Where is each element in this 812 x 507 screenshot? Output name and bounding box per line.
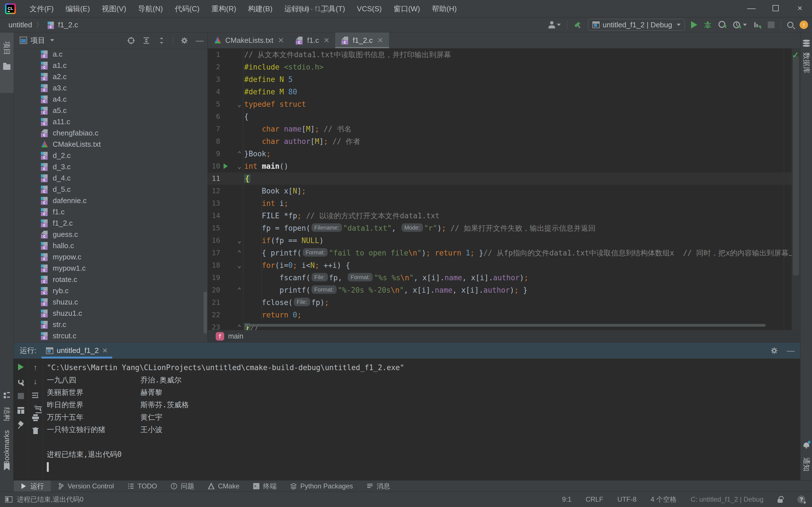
code-line[interactable]: 13 int i; xyxy=(208,197,800,210)
code-line[interactable]: 4#define M 80 xyxy=(208,86,800,98)
expand-all-icon[interactable] xyxy=(142,37,150,45)
tool-tab-notifications[interactable]: 通知 xyxy=(801,438,812,480)
tree-item[interactable]: cmypow1.c xyxy=(13,263,207,274)
coverage-button[interactable] xyxy=(733,20,747,29)
tool-window-tab-term[interactable]: >_终端 xyxy=(246,481,283,492)
tree-item[interactable]: cryb.c xyxy=(13,285,207,296)
tree-item[interactable]: cshuzu.c xyxy=(13,296,207,307)
user-account-button[interactable] xyxy=(548,21,561,29)
tree-item[interactable]: cstr.c xyxy=(13,319,207,330)
menu-item[interactable]: 文件(F) xyxy=(24,0,59,17)
code-line[interactable]: 17⌃ { printf(Format:"fail to open file\n… xyxy=(208,247,800,259)
menu-item[interactable]: 编辑(E) xyxy=(59,0,96,17)
print-icon[interactable] xyxy=(32,414,39,421)
tool-tab-bookmarks[interactable]: Bookmarks xyxy=(0,432,13,492)
tool-tab-database[interactable]: 数据库 xyxy=(801,33,812,97)
close-button[interactable]: × xyxy=(788,0,812,17)
maximize-button[interactable] xyxy=(763,0,788,17)
search-everywhere-button[interactable] xyxy=(787,22,794,28)
run-console[interactable]: "C:\Users\Martin Yang\CLionProjects\unti… xyxy=(43,358,800,480)
tree-item[interactable]: cstrcut.c xyxy=(13,330,207,341)
minimize-button[interactable]: — xyxy=(739,0,763,17)
menu-item[interactable]: 代码(C) xyxy=(169,0,206,17)
tool-tab-project[interactable]: 项目 xyxy=(0,33,13,93)
breadcrumb-project[interactable]: untitled xyxy=(8,20,32,29)
menu-item[interactable]: 导航(N) xyxy=(132,0,169,17)
edit-configuration-icon[interactable] xyxy=(17,378,24,385)
tree-item[interactable]: ca11.c xyxy=(13,116,207,127)
code-line[interactable]: 21 fclose(File:fp); xyxy=(208,296,800,309)
pin-tab-icon[interactable] xyxy=(18,421,24,429)
profile-button[interactable] xyxy=(718,20,726,29)
status-widget[interactable]: 4 个空格 xyxy=(651,495,677,504)
tool-window-tab-cmake[interactable]: CMake xyxy=(201,481,246,492)
tool-window-tab-py[interactable]: Python Packages xyxy=(283,481,360,492)
fold-icon[interactable]: ⌄ xyxy=(236,98,243,110)
hide-panel-icon[interactable]: — xyxy=(786,346,795,355)
code-line[interactable]: 10⌄int main() xyxy=(208,160,800,172)
tree-item[interactable]: cdafennie.c xyxy=(13,195,207,206)
close-tab-icon[interactable]: ✕ xyxy=(278,36,284,45)
code-line[interactable]: 7 char name[M]; // 书名 xyxy=(208,123,800,135)
code-line[interactable]: 5⌄typedef struct xyxy=(208,98,800,110)
soft-wrap-icon[interactable] xyxy=(32,392,39,399)
scroll-to-end-button[interactable] xyxy=(34,405,37,408)
code-line[interactable]: 22 return 0; xyxy=(208,309,800,321)
editor-tab[interactable]: cf1_2.c✕ xyxy=(335,33,389,48)
tree-item[interactable]: ca5.c xyxy=(13,105,207,116)
tree-item[interactable]: cd_4.c xyxy=(13,172,207,184)
rerun-button[interactable] xyxy=(18,363,24,371)
fold-icon[interactable]: ⌄ xyxy=(236,160,243,172)
help-gear-icon[interactable]: ? xyxy=(797,496,805,503)
menu-item[interactable]: 帮助(H) xyxy=(426,0,463,17)
tool-window-tab-msg[interactable]: 消息 xyxy=(360,481,397,492)
clear-console-icon[interactable] xyxy=(32,427,39,434)
status-widget[interactable]: UTF-8 xyxy=(617,496,637,503)
code-editor[interactable]: 1// 从文本文件data1.txt中读取图书信息，并打印输出到屏幕2#incl… xyxy=(208,48,800,330)
close-icon[interactable]: ✕ xyxy=(102,347,108,355)
menu-item[interactable]: 重构(R) xyxy=(206,0,242,17)
build-hammer-icon[interactable] xyxy=(573,20,582,29)
code-line[interactable]: 1// 从文本文件data1.txt中读取图书信息，并打印输出到屏幕 xyxy=(208,48,800,61)
editor-hscrollbar[interactable] xyxy=(244,324,766,327)
fold-icon[interactable]: ⌄ xyxy=(236,259,243,272)
code-line[interactable]: 3#define N 5 xyxy=(208,73,800,86)
tool-window-tab-warn[interactable]: !问题 xyxy=(164,481,201,492)
code-line[interactable]: 18⌄ for(i=0; i<N; ++i) { xyxy=(208,259,800,272)
editor-scrollbar[interactable]: ✓ xyxy=(792,48,800,330)
tree-item[interactable]: challo.c xyxy=(13,240,207,251)
run-main-icon[interactable] xyxy=(223,163,228,169)
restore-layout-icon[interactable] xyxy=(17,407,24,414)
project-tree[interactable]: ca.cca1.cca2.cca3.cca4.cca5.cca11.ccchen… xyxy=(13,48,207,342)
code-line[interactable]: 8 char author[M]; // 作者 xyxy=(208,135,800,148)
code-line[interactable]: 20⌃ printf(Format:"%-20s %-20s\n", x[i].… xyxy=(208,284,800,296)
stop-button[interactable] xyxy=(768,21,774,28)
code-line[interactable]: 16⌄ if(fp == NULL) xyxy=(208,234,800,247)
tree-item[interactable]: CMakeLists.txt xyxy=(13,138,207,150)
fold-icon[interactable]: ⌄ xyxy=(236,234,243,247)
project-scrollbar[interactable] xyxy=(204,291,207,334)
tool-tab-structure[interactable]: 结构 xyxy=(0,389,13,431)
collapse-all-icon[interactable] xyxy=(158,37,165,45)
lock-icon[interactable] xyxy=(777,496,783,503)
status-widget[interactable]: C: untitled_f1_2 | Debug xyxy=(691,496,763,503)
code-line[interactable]: 9⌃}Book; xyxy=(208,148,800,160)
gear-icon[interactable] xyxy=(770,347,778,355)
tree-item[interactable]: ca1.c xyxy=(13,60,207,71)
fold-icon[interactable]: ⌃ xyxy=(236,284,243,296)
inspections-ok-icon[interactable]: ✓ xyxy=(792,50,799,60)
hide-panel-icon[interactable]: — xyxy=(196,36,204,45)
code-line[interactable]: 11{ xyxy=(208,172,800,185)
menu-item[interactable]: 视图(V) xyxy=(96,0,132,17)
tree-item[interactable]: ca.c xyxy=(13,48,207,60)
ide-update-button[interactable]: ↑ xyxy=(800,20,808,29)
gear-icon[interactable] xyxy=(181,37,188,45)
code-line[interactable]: 19 fscanf(File:fp, Format:"%s %s\n", x[i… xyxy=(208,272,800,284)
stop-button[interactable] xyxy=(18,393,24,399)
down-stacktrace-icon[interactable]: ↓ xyxy=(34,378,38,386)
tree-item[interactable]: cchengfabiao.c xyxy=(13,127,207,138)
locate-file-icon[interactable] xyxy=(127,37,135,45)
tool-window-toggle-icon[interactable] xyxy=(5,496,12,503)
chevron-down-icon[interactable] xyxy=(50,39,54,41)
tree-item[interactable]: cguess.c xyxy=(13,229,207,240)
